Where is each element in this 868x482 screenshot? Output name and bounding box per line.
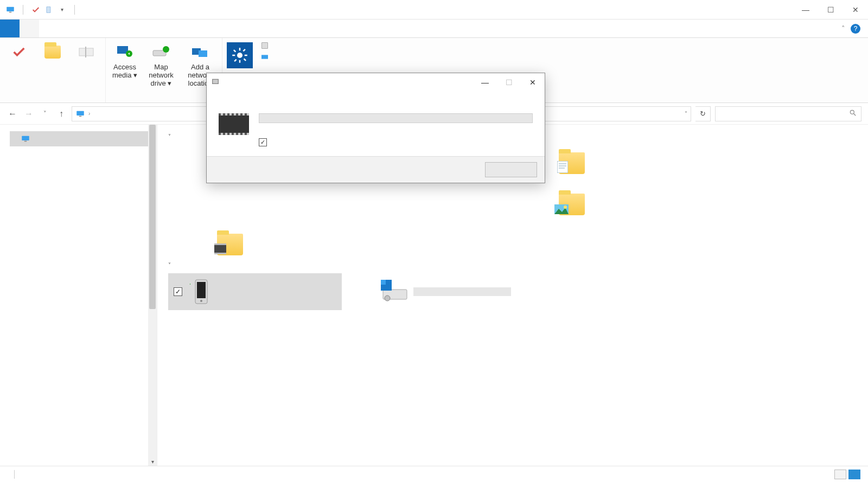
svg-rect-19 [234,59,237,62]
uninstall-link[interactable] [260,41,273,50]
folder-videos[interactable] [217,232,369,258]
refresh-button[interactable]: ↻ [695,106,711,121]
svg-point-40 [200,300,202,302]
nav-recent-dropdown[interactable]: ˅ [39,108,51,120]
nav-up-button[interactable]: ↑ [55,108,67,120]
map-drive-label: Map networkdrive ▾ [143,63,180,87]
folder-pictures[interactable] [559,191,711,217]
search-icon [849,109,857,118]
open-button[interactable] [37,40,68,97]
folder-documents[interactable] [559,150,711,176]
svg-rect-21 [261,55,268,59]
access-media-label: Accessmedia ▾ [112,63,137,79]
qat-new-icon[interactable] [44,5,54,15]
ribbon-tabs: ˄ ? [0,20,868,38]
cancel-button[interactable] [485,162,537,177]
svg-rect-20 [262,43,268,49]
erase-after-checkbox[interactable]: ✓ [259,138,533,146]
svg-rect-0 [7,7,14,11]
search-box[interactable] [715,106,861,121]
pc-icon [75,109,85,119]
svg-point-34 [564,205,567,209]
group-location-label [3,97,102,102]
dialog-maximize-button: ☐ [497,73,521,92]
iphone-checkbox[interactable]: ✓ [174,287,182,296]
svg-rect-18 [242,49,245,52]
drive-os-c[interactable] [374,273,548,310]
access-media-button[interactable]: Accessmedia ▾ [109,40,141,97]
svg-rect-23 [79,115,82,117]
group-network-label [109,97,219,102]
pc-icon [5,5,15,15]
svg-point-45 [385,295,390,301]
import-dialog: — ☐ ✕ ✓ [206,73,545,183]
nav-forward-button: → [23,108,35,120]
view-details-button[interactable] [834,470,846,479]
svg-rect-22 [76,111,84,115]
ribbon-collapse-icon[interactable]: ˄ [841,24,845,33]
qat-dropdown-icon[interactable]: ▾ [57,5,67,15]
svg-rect-37 [214,253,226,254]
svg-rect-28 [557,161,568,173]
settings-icon[interactable] [227,42,253,68]
import-thumbnail [219,113,249,135]
chevron-down-icon: ˅ [168,262,171,268]
qat-properties-icon[interactable] [31,5,41,15]
window-close-button[interactable]: ✕ [843,0,868,20]
svg-rect-12 [239,48,241,50]
svg-point-41 [190,284,190,285]
map-drive-button[interactable]: Map networkdrive ▾ [143,40,180,97]
svg-rect-36 [214,243,226,245]
window-minimize-button[interactable]: — [793,0,818,20]
view-tiles-button[interactable] [848,470,860,479]
dialog-icon [211,78,221,87]
svg-rect-15 [245,55,247,56]
chevron-right-icon: › [88,111,90,117]
svg-point-11 [237,53,242,58]
tab-computer[interactable] [20,20,39,37]
system-properties-link[interactable] [260,53,273,62]
tab-file[interactable] [0,20,20,37]
svg-rect-4 [85,47,86,57]
svg-rect-39 [197,282,206,298]
svg-rect-26 [22,136,29,140]
svg-rect-44 [381,280,386,285]
import-progress-bar [259,113,533,123]
scroll-down-icon[interactable]: ▾ [148,457,157,466]
window-maximize-button[interactable]: ☐ [818,0,843,20]
svg-point-24 [850,110,854,114]
nav-back-button[interactable]: ← [7,108,18,120]
svg-rect-47 [213,80,218,83]
device-iphone[interactable]: ✓ [168,273,342,310]
window-titlebar: ▾ — ☐ ✕ [0,0,868,20]
svg-rect-16 [233,49,236,52]
dialog-minimize-button[interactable]: — [473,73,497,92]
svg-point-8 [163,46,169,53]
svg-rect-27 [24,141,27,142]
svg-rect-14 [232,55,235,56]
svg-line-25 [854,114,856,116]
svg-rect-2 [47,7,50,12]
tab-view[interactable] [39,20,59,37]
dialog-close-button[interactable]: ✕ [521,73,545,92]
navigation-tree[interactable]: ▴ ▾ [0,125,157,466]
help-icon[interactable]: ? [851,24,860,34]
address-dropdown-icon[interactable]: ˅ [685,111,687,117]
svg-rect-13 [239,60,241,63]
scroll-thumb[interactable] [149,125,156,309]
devices-header[interactable]: ˅ [168,262,857,268]
rename-button [71,40,102,97]
svg-rect-10 [199,50,207,57]
tree-scrollbar[interactable]: ▴ ▾ [148,125,157,466]
status-bar [0,466,868,482]
chevron-down-icon: ˅ [168,133,171,139]
drive-usage-bar [413,287,511,296]
tree-this-pc[interactable] [10,131,157,146]
svg-rect-1 [9,11,12,12]
svg-rect-17 [244,58,246,61]
properties-button[interactable] [3,40,35,97]
